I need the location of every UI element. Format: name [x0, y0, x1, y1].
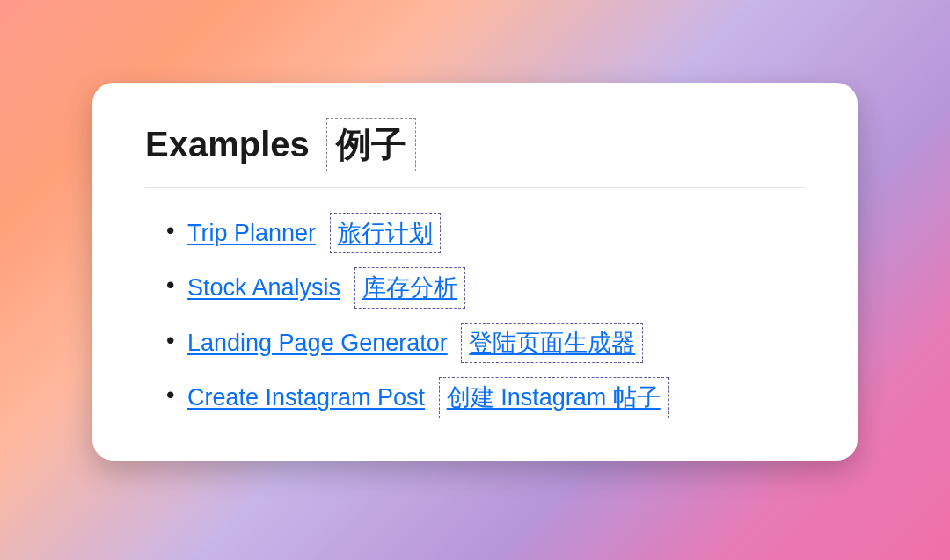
examples-card: Examples 例子 Trip Planner 旅行计划 Stock Anal…	[92, 83, 858, 461]
list-item: Trip Planner 旅行计划	[187, 213, 805, 254]
stock-analysis-translation: 库存分析	[354, 267, 465, 309]
list-item: Landing Page Generator 登陆页面生成器	[187, 323, 805, 364]
trip-planner-translation: 旅行计划	[330, 213, 441, 254]
list-item: Stock Analysis 库存分析	[187, 267, 805, 309]
landing-page-generator-translation: 登陆页面生成器	[461, 323, 643, 364]
stock-analysis-link[interactable]: Stock Analysis	[187, 274, 340, 301]
create-instagram-post-link[interactable]: Create Instagram Post	[187, 384, 425, 411]
heading-text: Examples	[145, 125, 310, 164]
create-instagram-post-translation: 创建 Instagram 帖子	[439, 377, 669, 418]
examples-heading: Examples 例子	[145, 118, 805, 188]
heading-translation: 例子	[326, 118, 416, 171]
trip-planner-link[interactable]: Trip Planner	[187, 220, 316, 246]
examples-list: Trip Planner 旅行计划 Stock Analysis 库存分析 La…	[145, 213, 805, 418]
landing-page-generator-link[interactable]: Landing Page Generator	[187, 330, 448, 356]
list-item: Create Instagram Post 创建 Instagram 帖子	[187, 377, 805, 418]
